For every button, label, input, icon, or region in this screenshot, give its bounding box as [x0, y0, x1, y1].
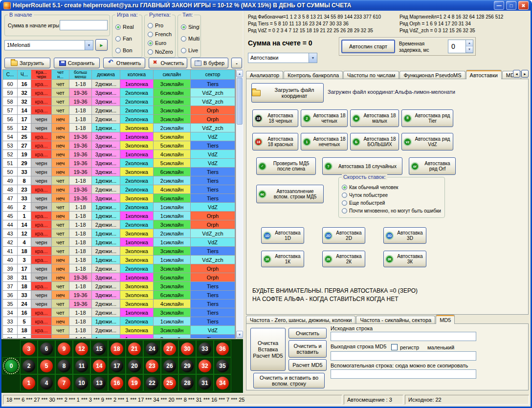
main-tab[interactable]: Анализатор — [246, 71, 283, 79]
number-chip[interactable]: 20 — [128, 360, 141, 372]
number-chip[interactable]: 5 — [40, 360, 53, 372]
table-row[interactable]: 3633черннеч19-363дюжи...3колонка6сиклайн… — [3, 291, 235, 300]
frequency-tab[interactable]: MD5 — [436, 315, 455, 324]
clear-and-paste-button[interactable]: Очистить и вставить — [288, 340, 327, 358]
autobet-button[interactable]: 2КАвтоставка 2К — [322, 251, 365, 267]
board-cell[interactable]: 17 — [108, 357, 126, 374]
autobet-button[interactable]: orАвтоставка ряд Orf — [409, 157, 456, 175]
board-cell[interactable]: 15 — [90, 340, 108, 357]
tab-scroll-left-icon[interactable]: ◄ — [513, 70, 520, 78]
roulette-option[interactable]: Euro — [148, 39, 174, 47]
autobet-button[interactable]: 3DАвтоставка 3D — [383, 227, 426, 244]
main-tab[interactable]: Автоставки — [466, 70, 502, 79]
profile-combobox[interactable]: 1Melonati ▼ — [4, 40, 93, 50]
board-cell[interactable]: 11 — [73, 357, 90, 374]
board-cell[interactable]: 18 — [108, 340, 126, 357]
board-cell[interactable]: 20 — [126, 357, 143, 374]
column-header[interactable]: большменш — [69, 70, 92, 80]
autobet-button[interactable]: 3КАвтоставка 3К — [383, 251, 426, 267]
table-row[interactable]: 3524чернчет19-362дюжи...3колонка4сиклайн… — [3, 300, 235, 308]
board-cell[interactable]: 31 — [196, 374, 214, 391]
table-row[interactable]: 4823кра...неч19-362дюжи...2колонка4сикла… — [3, 185, 235, 194]
calc-md5-button[interactable]: Расчет MD5 — [288, 359, 327, 371]
number-chip[interactable]: 31 — [199, 377, 211, 389]
roulette-option[interactable]: Pro — [148, 21, 174, 30]
roulette-option[interactable]: NoZero — [148, 47, 174, 56]
autobet-button[interactable]: 18Автоставка 18 черных — [252, 109, 298, 127]
table-row[interactable]: 335кра...неч1-181дюжи...2колонка1сиклайн… — [3, 317, 235, 326]
autobet-button[interactable]: 1DАвтоставка 1D — [261, 227, 304, 244]
table-row[interactable]: 424чернчет1-181дюжи...1колонка1сиклайнVd… — [3, 238, 235, 247]
board-cell[interactable]: 34 — [214, 374, 231, 391]
board-cell[interactable]: 29 — [178, 357, 196, 374]
column-header[interactable]: С... — [3, 70, 18, 80]
table-row[interactable]: 5219кра...неч19-363дюжи...1колонка4сикла… — [3, 150, 235, 159]
autobet-button[interactable]: ⠿Автоставка ряд Tier — [401, 109, 453, 127]
table-row[interactable]: 4414кра...чет1-182дюжи...2колонка3сиклай… — [3, 220, 235, 229]
table-row[interactable]: 462чернчет1-181дюжи...2колонка1сиклайнVd… — [3, 203, 235, 212]
number-chip[interactable]: 34 — [216, 377, 229, 389]
column-header[interactable]: колонка — [120, 70, 154, 80]
board-cell[interactable]: 26 — [161, 357, 178, 374]
radio-icon[interactable] — [181, 36, 186, 42]
board-cell[interactable]: 13 — [90, 374, 108, 391]
main-tab[interactable]: Частоты по числам — [343, 71, 399, 79]
number-chip[interactable]: 24 — [146, 343, 158, 355]
main-tab[interactable]: Контроль банкролла — [284, 71, 343, 79]
board-cell[interactable]: 30 — [178, 340, 196, 357]
table-row[interactable]: 5512черннеч1-181дюжи...3колонка2сиклайнV… — [3, 124, 235, 132]
table-row[interactable]: 5425кра...неч19-363дюжи...1колонка5сикла… — [3, 132, 235, 141]
frequency-tab[interactable]: Частота - Zero, шансы, дюжины, колонки — [246, 316, 355, 324]
number-chip[interactable]: 16 — [111, 377, 123, 389]
board-cell[interactable]: 4 — [38, 374, 55, 391]
game-option[interactable]: Bon — [115, 44, 141, 56]
number-chip[interactable]: 36 — [216, 343, 229, 355]
roulette-option[interactable]: French — [148, 30, 174, 39]
chevron-down-icon[interactable]: ▼ — [85, 41, 93, 50]
number-chip[interactable]: 27 — [163, 343, 176, 355]
game-option[interactable]: Fan — [115, 33, 141, 44]
play-button[interactable]: ► — [95, 39, 108, 51]
board-cell[interactable]: 27 — [161, 340, 178, 357]
table-row[interactable]: 5033черннеч19-363дюжи...3колонка6сиклайн… — [3, 168, 235, 176]
number-chip[interactable]: 28 — [181, 377, 194, 389]
radio-icon[interactable] — [148, 23, 153, 28]
aux-string-input[interactable] — [331, 369, 476, 379]
radio-icon[interactable] — [342, 200, 347, 206]
number-chip[interactable]: 26 — [163, 360, 176, 372]
number-chip[interactable]: 12 — [75, 343, 88, 355]
radio-icon[interactable] — [181, 48, 186, 53]
radio-icon[interactable] — [148, 41, 153, 46]
board-cell[interactable]: 28 — [178, 374, 196, 391]
radio-icon[interactable] — [115, 24, 121, 30]
table-row[interactable]: 5327кра...неч19-363дюжи...3колонка5сикла… — [3, 141, 235, 150]
title-bar[interactable]: HelperRoullet 5.1- create helperroullet@… — [1, 0, 531, 11]
number-chip[interactable]: 3 — [22, 343, 35, 355]
board-cell[interactable]: 10 — [73, 374, 90, 391]
type-option[interactable]: Singl — [181, 21, 200, 33]
speed-option[interactable]: Чуток побыстрее — [342, 191, 443, 199]
board-cell[interactable]: 16 — [108, 374, 126, 391]
number-chip[interactable]: 19 — [128, 377, 141, 389]
board-cell[interactable]: 2 — [20, 357, 38, 374]
board-cell[interactable]: 23 — [143, 357, 161, 374]
table-row[interactable]: 3718кра...чет1-182дюжи...3колонка3сиклай… — [3, 282, 235, 291]
number-chip[interactable]: 8 — [58, 360, 70, 372]
radio-icon[interactable] — [115, 48, 121, 53]
column-header[interactable]: Ч... — [18, 70, 31, 80]
clipboard-button[interactable]: В буфер — [191, 58, 228, 68]
board-cell[interactable]: 35 — [214, 357, 231, 374]
autobet-button[interactable]: ✓Проверить МД5 после спина — [256, 157, 316, 175]
number-chip[interactable]: 23 — [146, 360, 158, 372]
maximize-button[interactable]: □ — [506, 1, 516, 10]
radio-icon[interactable] — [148, 49, 153, 55]
board-cell[interactable]: 12 — [73, 340, 90, 357]
spins-table[interactable]: С...Ч...Кра...чернчетн...большменшдюжина… — [2, 69, 236, 339]
column-header[interactable]: сектор — [191, 70, 235, 80]
number-chip[interactable]: 4 — [40, 377, 53, 389]
table-row[interactable]: 5129черннеч19-363дюжи...2колонка5сиклайн… — [3, 159, 235, 168]
source-string-input[interactable] — [331, 332, 476, 341]
table-row[interactable]: 3917черннеч1-182дюжи...2колонка3сиклайнO… — [3, 264, 235, 273]
board-cell[interactable]: 21 — [126, 340, 143, 357]
autobet-button[interactable]: 2DАвтоставка 2D — [322, 227, 365, 244]
